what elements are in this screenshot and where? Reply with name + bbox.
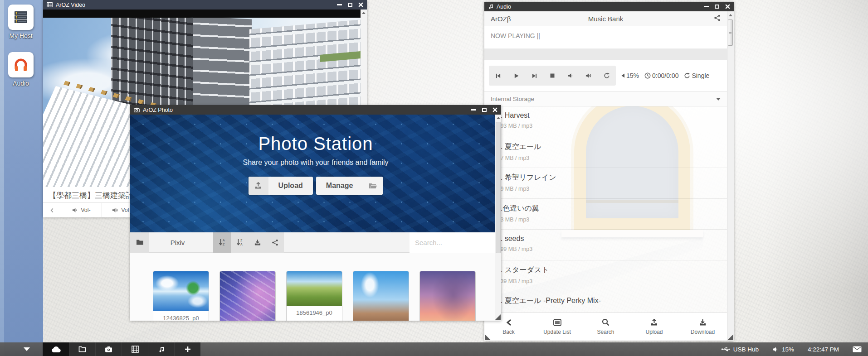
search-input[interactable]: [415, 239, 501, 246]
share-icon: [714, 14, 721, 21]
headphones-icon: [8, 52, 34, 77]
volume-indicator: 15%: [621, 72, 639, 79]
stop-icon: [550, 73, 555, 78]
desktop-icon-label: My Host: [5, 32, 37, 39]
search-button[interactable]: Search: [581, 313, 630, 341]
track-row[interactable]: 02. seeds 12.99 MB / mp3: [484, 230, 727, 260]
minimize-button[interactable]: [337, 4, 342, 5]
upload-button[interactable]: Upload: [630, 313, 678, 341]
stop-button[interactable]: [543, 66, 561, 86]
reload-button[interactable]: [598, 66, 616, 86]
desktop-icon-label: Audio: [5, 80, 37, 87]
track-row[interactable]: 01. 希望リフレイン 9.09 MB / mp3: [484, 168, 727, 199]
track-row[interactable]: 01. 夏空エール 9.37 MB / mp3: [484, 137, 727, 168]
share-icon: [272, 239, 278, 246]
server-icon: [8, 5, 34, 30]
page-heading: Music Bank: [484, 15, 727, 23]
volume-down-button[interactable]: [561, 66, 580, 86]
sort-az-button[interactable]: A Z: [213, 232, 231, 253]
time-indicator: 0:00/0:00: [644, 72, 678, 79]
speaker-high-icon: [585, 73, 592, 78]
resize-grip-left[interactable]: [485, 334, 491, 340]
track-row[interactable]: 01. Harvest 10.93 MB / mp3: [484, 106, 727, 137]
photo-card[interactable]: [353, 271, 409, 321]
folder-button[interactable]: [130, 232, 149, 253]
seek-bar[interactable]: [484, 49, 727, 60]
photo-toolbar: Pixiv A Z Z A: [130, 232, 501, 253]
taskbar-app-music[interactable]: [148, 342, 174, 356]
notifications-button[interactable]: [853, 346, 862, 352]
photo-card[interactable]: 12436825_p0: [153, 271, 209, 321]
photo-thumbnail: [420, 271, 475, 321]
manage-button[interactable]: Manage: [316, 177, 383, 195]
minimize-button[interactable]: [704, 6, 709, 7]
sort-za-icon: Z A: [236, 239, 244, 246]
volume-down-button[interactable]: Vol-: [61, 203, 102, 217]
video-window-title: ArOZ Video: [56, 2, 85, 8]
play-button[interactable]: [507, 66, 525, 86]
folder-icon: [78, 346, 86, 352]
scroll-up-icon: [729, 14, 732, 16]
next-track-button[interactable]: [525, 66, 543, 86]
volume-status[interactable]: 15%: [772, 346, 794, 353]
maximize-button[interactable]: [348, 3, 352, 7]
photo-card[interactable]: [219, 271, 276, 321]
minimize-button[interactable]: [471, 109, 476, 111]
taskbar-apps: [43, 342, 200, 356]
audio-window-title: Audio: [497, 4, 511, 10]
cloud-icon: [51, 346, 61, 353]
download-button[interactable]: [249, 232, 266, 253]
envelope-icon: [853, 346, 862, 352]
audio-window-titlebar[interactable]: Audio: [484, 2, 734, 11]
clock[interactable]: 4:22:47 PM: [808, 346, 839, 353]
audio-scrollbar[interactable]: [727, 11, 734, 341]
scrollbar-thumb[interactable]: [728, 19, 733, 46]
close-button[interactable]: [493, 107, 497, 112]
share-button[interactable]: [714, 14, 721, 23]
carousel-prev-button[interactable]: [43, 203, 61, 217]
previous-track-button[interactable]: [489, 66, 507, 86]
audio-window: Audio Music Bank ArOZβ: [484, 2, 734, 341]
repeat-icon: [684, 72, 690, 79]
maximize-button[interactable]: [482, 108, 487, 112]
search-box[interactable]: [410, 232, 495, 253]
photo-thumbnail: [153, 271, 209, 311]
download-button[interactable]: Download: [678, 313, 727, 341]
track-row[interactable]: 01.色違いの翼 9.63 MB / mp3: [484, 199, 727, 230]
share-button[interactable]: [266, 232, 284, 253]
usb-hub-status[interactable]: USB Hub: [721, 346, 759, 353]
taskbar-app-video[interactable]: [122, 342, 148, 356]
taskbar-app-add[interactable]: [174, 342, 200, 356]
sort-za-button[interactable]: Z A: [231, 232, 249, 253]
desktop-icon-my-host[interactable]: My Host: [5, 5, 37, 39]
photo-card[interactable]: 18561946_p0: [286, 271, 342, 321]
download-icon: [699, 319, 707, 326]
play-mode-indicator[interactable]: Single: [684, 72, 709, 79]
track-row[interactable]: 02. スターダスト 12.39 MB / mp3: [484, 260, 727, 291]
photo-window-titlebar[interactable]: ArOZ Photo: [130, 105, 501, 115]
maximize-button[interactable]: [715, 5, 719, 9]
taskbar-app-photo[interactable]: [95, 342, 122, 356]
svg-text:A: A: [223, 239, 225, 242]
track-row[interactable]: 02. 夏空エール -Pretty Perky Mix-: [484, 291, 727, 313]
taskbar-app-cloud[interactable]: [43, 342, 69, 356]
photo-card[interactable]: [419, 271, 476, 321]
upload-button[interactable]: Upload: [249, 177, 313, 195]
album-name: Pixiv: [149, 239, 206, 246]
folder-icon: [136, 239, 144, 245]
resize-grip[interactable]: [495, 314, 501, 320]
resize-grip[interactable]: [727, 334, 733, 340]
taskbar: USB Hub 15% 4:22:47 PM: [0, 342, 868, 356]
camera-icon: [105, 346, 112, 352]
photo-thumbnail: [220, 271, 275, 321]
desktop-icon-audio[interactable]: Audio: [5, 52, 37, 87]
close-button[interactable]: [725, 4, 730, 9]
volume-up-button[interactable]: [580, 66, 598, 86]
storage-select[interactable]: Internal Storage: [484, 91, 727, 106]
taskbar-chevron-down-icon[interactable]: [24, 347, 30, 351]
close-button[interactable]: [358, 2, 363, 7]
usb-icon: [721, 346, 730, 352]
taskbar-app-files[interactable]: [69, 342, 95, 356]
video-window-titlebar[interactable]: ArOZ Video: [43, 0, 367, 10]
update-list-button[interactable]: Update List: [533, 313, 581, 341]
